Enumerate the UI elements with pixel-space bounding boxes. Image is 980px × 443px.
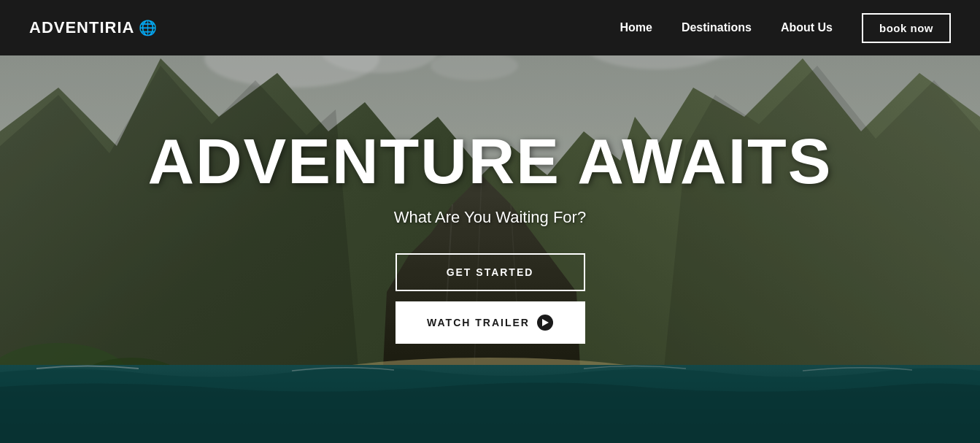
nav-link-destinations[interactable]: Destinations [682, 21, 752, 34]
hero-title: ADVENTURE AWAITS [147, 129, 832, 193]
nav-links: Home Destinations About Us book now [620, 13, 951, 43]
hero-subtitle: What Are You Waiting For? [394, 208, 586, 227]
watch-trailer-label: WATCH TRAILER [427, 317, 530, 328]
hero-section: ADVENTIRIA 🌐 Home Destinations About Us … [0, 0, 980, 443]
play-icon [537, 315, 553, 331]
navbar: ADVENTIRIA 🌐 Home Destinations About Us … [0, 0, 980, 55]
play-triangle [542, 319, 549, 326]
nav-link-about[interactable]: About Us [781, 21, 833, 34]
logo-text: ADVENTIRIA [29, 18, 134, 37]
hero-content: ADVENTURE AWAITS What Are You Waiting Fo… [0, 0, 980, 443]
logo-icon: 🌐 [139, 19, 157, 36]
hero-buttons: GET STARTED WATCH TRAILER [396, 253, 585, 344]
watch-trailer-button[interactable]: WATCH TRAILER [396, 301, 585, 344]
get-started-button[interactable]: GET STARTED [396, 253, 585, 291]
brand: ADVENTIRIA 🌐 [29, 18, 157, 37]
book-now-button[interactable]: book now [862, 13, 951, 43]
nav-link-home[interactable]: Home [620, 21, 652, 34]
